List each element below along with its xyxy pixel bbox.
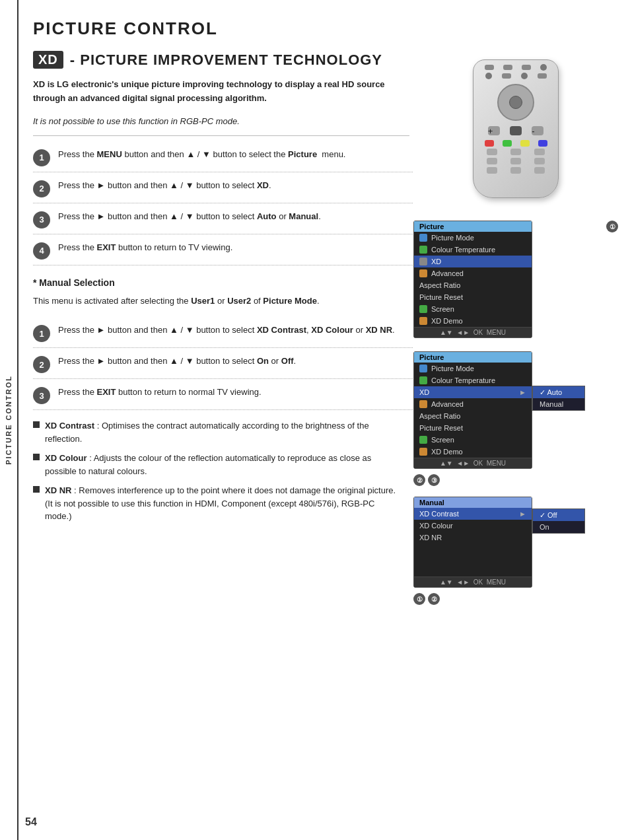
remote-sm-9	[534, 167, 545, 174]
step-text-1: Press the MENU button and then ▲ / ▼ but…	[58, 148, 345, 162]
osd3-label-0: XD Contrast	[419, 510, 459, 518]
bullet-list: XD Contrast : Optimises the contract aut…	[33, 419, 403, 523]
osd3-footer: ▲▼ ◄► OK MENU	[414, 577, 532, 587]
manual-step-num-2: 2	[33, 356, 50, 373]
step-num-2: 2	[33, 180, 50, 197]
right-panel: + -	[413, 59, 618, 605]
remote-sm-7	[487, 167, 497, 174]
osd2-icon-1	[419, 376, 427, 384]
osd2-label-6: Screen	[431, 436, 454, 444]
osd2-sub-manual: Manual	[533, 398, 584, 410]
anno-3: ③	[428, 474, 440, 486]
osd1-icon-3	[419, 269, 427, 277]
bullet-text-2: XD Colour : Adjusts the colour of the re…	[45, 452, 403, 477]
remote-sm-2	[510, 149, 521, 155]
bullet-xd-nr: XD NR : Removes interference up to the p…	[33, 484, 403, 523]
osd3-row-0-selected: XD Contrast ►	[414, 508, 532, 520]
remote-nav-ring	[497, 84, 534, 121]
osd1-row-2-selected: XD	[414, 256, 532, 267]
osd1-footer: ▲▼ ◄► OK MENU	[414, 327, 532, 337]
remote-sm-5	[510, 158, 521, 164]
osd1-container: Picture Picture Mode Colour Temperature …	[413, 221, 618, 341]
anno-5: ②	[428, 593, 440, 605]
bullet-xd-contrast: XD Contrast : Optimises the contract aut…	[33, 419, 403, 445]
osd-panel-1: Picture Picture Mode Colour Temperature …	[413, 221, 532, 338]
manual-step-1: 1 Press the ► button and then ▲ / ▼ butt…	[33, 317, 413, 348]
osd2-row-1: Colour Temperature	[414, 374, 532, 386]
step-num-1: 1	[33, 149, 50, 166]
manual-steps: 1 Press the ► button and then ▲ / ▼ butt…	[33, 317, 413, 410]
osd2-row-0: Picture Mode	[414, 363, 532, 374]
anno-4: ①	[413, 593, 425, 605]
step-num-4: 4	[33, 242, 50, 260]
sidebar-label: PICTURE CONTROL	[5, 375, 13, 465]
remote-btn-2c	[521, 73, 528, 79]
remote-row-a	[480, 149, 551, 155]
manual-step-num-1: 1	[33, 325, 50, 342]
osd1-icon-7	[419, 317, 427, 325]
osd1-row-5: Picture Reset	[414, 291, 532, 303]
page-title: PICTURE CONTROL	[33, 18, 617, 39]
osd1-label-6: Screen	[431, 305, 454, 313]
osd2-row-5: Picture Reset	[414, 422, 532, 434]
osd1-icon-1	[419, 246, 427, 254]
remote-control: + -	[463, 59, 569, 205]
remote-btn-circle	[540, 64, 547, 71]
remote-sm-1	[487, 149, 497, 155]
remote-menu-btn	[510, 126, 522, 135]
bullet-square-1	[33, 421, 40, 428]
remote-sm-6	[534, 158, 545, 164]
osd2-label-3: Advanced	[431, 400, 464, 408]
step-text-4: Press the EXIT button to return to TV vi…	[58, 241, 232, 255]
remote-vol-minus: -	[532, 126, 543, 135]
remote-sm-3	[534, 149, 545, 155]
osd3-arrow: ►	[519, 510, 526, 518]
step-3: 3 Press the ► button and then ▲ / ▼ butt…	[33, 203, 413, 234]
manual-step-3: 3 Press the EXIT button to return to nor…	[33, 379, 413, 410]
manual-step-num-3: 3	[33, 387, 50, 404]
step-text-3: Press the ► button and then ▲ / ▼ button…	[58, 210, 321, 224]
osd1-row-0: Picture Mode	[414, 232, 532, 244]
step-4: 4 Press the EXIT button to return to TV …	[33, 234, 413, 265]
osd2-label-0: Picture Mode	[431, 365, 474, 372]
step-text-2: Press the ► button and then ▲ / ▼ button…	[58, 179, 271, 193]
remote-row-b	[480, 158, 551, 164]
bullet-xd-colour: XD Colour : Adjusts the colour of the re…	[33, 452, 403, 477]
osd2-footer: ▲▼ ◄► OK MENU	[414, 458, 532, 468]
remote-btn-tv	[522, 65, 531, 70]
remote-vol-plus: +	[488, 126, 500, 135]
remote-second-row	[473, 71, 558, 81]
xd-logo: XD	[33, 51, 63, 69]
osd3-anno: ① ②	[413, 593, 618, 605]
osd2-icon-6	[419, 436, 427, 444]
osd1-row-4: Aspect Ratio	[414, 279, 532, 291]
osd1-label-7: XD Demo	[431, 317, 463, 325]
bullet-square-3	[33, 486, 40, 493]
osd2-icon-0	[419, 365, 427, 372]
section-title: - PICTURE IMPROVEMENT TECHNOLOGY	[70, 52, 382, 69]
osd1-label-2: XD	[431, 258, 441, 265]
osd3-label-1: XD Colour	[419, 522, 453, 530]
osd2-row-4: Aspect Ratio	[414, 410, 532, 422]
intro-note: It is not possible to use this function …	[33, 116, 403, 126]
osd1-label-3: Advanced	[431, 269, 464, 277]
remote-yellow-btn	[520, 140, 530, 147]
osd2-label-7: XD Demo	[431, 448, 463, 456]
osd2-label-4: Aspect Ratio	[419, 412, 460, 420]
remote-btn-2a	[485, 73, 492, 79]
remote-red-btn	[485, 140, 494, 147]
osd2-submenu: ✓ Auto Manual	[532, 386, 585, 411]
osd2-row-6: Screen	[414, 434, 532, 446]
remote-nav-ok	[509, 96, 522, 109]
remote-btn-2d	[538, 73, 547, 79]
osd1-label-0: Picture Mode	[431, 234, 474, 242]
osd2-row-7: XD Demo	[414, 446, 532, 458]
xd-box: XD	[33, 51, 63, 69]
osd1-row-7: XD Demo	[414, 315, 532, 327]
step-num-3: 3	[33, 211, 50, 228]
osd1-title: Picture	[414, 221, 532, 232]
remote-sm-4	[487, 158, 497, 164]
osd2-row-2-selected: XD ►	[414, 386, 532, 398]
remote-blue-btn	[538, 140, 547, 147]
osd3-sub-check: ✓	[540, 511, 545, 520]
